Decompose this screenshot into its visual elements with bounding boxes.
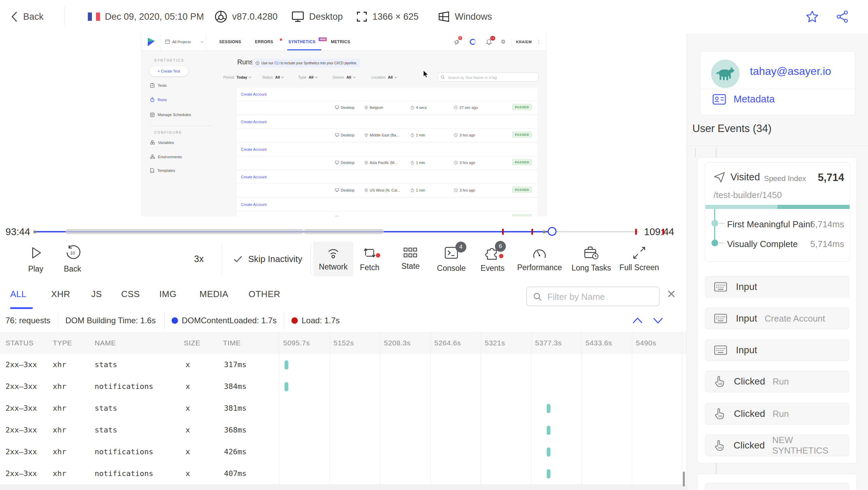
run-test-name[interactable]: Create Account bbox=[241, 88, 267, 101]
network-panel-button[interactable]: Network bbox=[313, 242, 353, 276]
user-event-input[interactable]: Input bbox=[705, 276, 849, 298]
request-row[interactable]: 2xx–3xxxhrstatsx381ms bbox=[0, 397, 687, 420]
visited-event-card[interactable]: Visited Speed Index 5,714 /test-builder/… bbox=[705, 162, 850, 262]
tab-img[interactable]: IMG bbox=[159, 279, 177, 309]
user-event[interactable] bbox=[705, 483, 849, 490]
run-location: Belgium bbox=[370, 105, 383, 110]
run-duration: 4 secs bbox=[416, 105, 427, 110]
skip-inactivity-toggle[interactable]: Skip Inactivity bbox=[233, 239, 302, 279]
filter-type[interactable]: TypeAll bbox=[298, 75, 317, 80]
session-info-sidebar: tahay@asayer.io Metadata User Events (34… bbox=[687, 33, 868, 490]
user-event-input[interactable]: InputCreate Account bbox=[705, 308, 849, 329]
performance-panel-button[interactable]: Performance bbox=[515, 239, 564, 279]
player-controls: Play 10 Back 3x Skip Inactivity Network … bbox=[0, 239, 687, 279]
col-size: SIZE bbox=[184, 339, 200, 347]
run-row[interactable]: Create Account Desktop Belgium 4 secs 27… bbox=[237, 88, 537, 114]
back-button[interactable]: Back bbox=[10, 11, 44, 22]
playhead-handle[interactable] bbox=[548, 227, 557, 236]
run-row[interactable]: Create Account Desktop Middle East (Ba..… bbox=[237, 115, 537, 142]
run-test-name[interactable]: Create Account bbox=[241, 143, 267, 156]
network-filter-input[interactable] bbox=[547, 289, 657, 305]
desktop-icon bbox=[335, 188, 339, 192]
filter-status[interactable]: StatusAll bbox=[262, 75, 283, 80]
run-row[interactable]: Create Account Desktop Asia Pacific (M..… bbox=[237, 143, 537, 169]
user-event-click[interactable]: ClickedRun bbox=[705, 371, 849, 392]
metadata-button[interactable]: Metadata bbox=[712, 94, 775, 105]
user-event-input[interactable]: Input bbox=[705, 339, 849, 361]
sidebar-item-tests[interactable]: Tests bbox=[150, 83, 167, 88]
filter-period[interactable]: PeriodToday bbox=[223, 75, 251, 80]
timeline-track[interactable] bbox=[35, 225, 639, 239]
play-button[interactable]: Play bbox=[24, 239, 48, 279]
tab-errors[interactable]: ERRORS bbox=[255, 33, 273, 50]
request-row[interactable]: 2xx–3xxxhrstatsx368ms bbox=[0, 419, 687, 441]
run-test-name[interactable]: Create Account bbox=[241, 170, 267, 183]
user-email-link[interactable]: tahay@asayer.io bbox=[750, 65, 831, 78]
tab-metrics[interactable]: METRICS bbox=[331, 33, 350, 50]
horizontal-scrollbar-track[interactable] bbox=[0, 485, 687, 490]
sidebar-item-templates[interactable]: Templates bbox=[150, 168, 175, 173]
request-row[interactable]: 2xx–3xxxhrnotificationsx384ms bbox=[0, 376, 687, 398]
col-tick: 5208.3s bbox=[384, 339, 411, 347]
network-filter-box bbox=[526, 287, 660, 306]
back-10s-button[interactable]: 10 Back bbox=[60, 239, 85, 279]
tab-js[interactable]: JS bbox=[91, 279, 102, 309]
sidebar-item-environments[interactable]: Environments bbox=[150, 154, 182, 159]
event-marker bbox=[502, 229, 504, 235]
run-row[interactable]: Create Account Desktop Canada (Centra...… bbox=[237, 198, 537, 216]
request-type: xhr bbox=[53, 441, 66, 463]
favorite-button[interactable] bbox=[805, 10, 819, 23]
request-row[interactable]: 2xx–3xxxhrstatsx317ms bbox=[0, 354, 687, 376]
status-badge: PASSED bbox=[512, 186, 532, 193]
run-test-name[interactable]: Create Account bbox=[241, 115, 267, 128]
filter-device[interactable]: DeviceAll bbox=[333, 75, 355, 80]
search-icon bbox=[441, 75, 445, 79]
vertical-scrollbar-thumb[interactable] bbox=[683, 472, 685, 487]
tab-media[interactable]: MEDIA bbox=[199, 279, 228, 309]
long-tasks-icon bbox=[583, 246, 599, 260]
tab-all[interactable]: ALL bbox=[10, 279, 27, 309]
banner-text: Use our CLI to include your Synthetics i… bbox=[261, 61, 357, 65]
run-device: Desktop bbox=[341, 188, 354, 192]
filter-location[interactable]: LocationAll bbox=[371, 75, 396, 80]
state-panel-button[interactable]: State bbox=[397, 239, 424, 279]
close-panel-icon[interactable]: ✕ bbox=[666, 279, 676, 309]
mini-search-input[interactable] bbox=[447, 73, 537, 82]
tab-css[interactable]: CSS bbox=[121, 279, 140, 309]
clock-icon bbox=[454, 133, 458, 137]
tab-synthetics[interactable]: SYNTHETICS bbox=[288, 33, 316, 50]
fetch-panel-button[interactable]: Fetch bbox=[357, 239, 383, 279]
username-menu[interactable]: KRAIEM bbox=[516, 33, 532, 50]
cli-link[interactable]: CLI bbox=[274, 61, 280, 65]
request-type: xhr bbox=[53, 397, 66, 419]
jump-up-icon[interactable] bbox=[632, 317, 643, 324]
sidebar-item-runs[interactable]: Runs bbox=[150, 97, 167, 102]
run-test-name[interactable]: Create Account bbox=[241, 198, 267, 211]
project-selector[interactable]: All Projects bbox=[161, 33, 206, 50]
fetch-icon bbox=[362, 246, 377, 260]
screen-resolution: 1366 × 625 bbox=[372, 12, 419, 22]
events-panel-button[interactable]: Events 6 bbox=[477, 239, 509, 279]
sidebar-item-manage-schedules[interactable]: Manage Schedules bbox=[150, 112, 191, 117]
tab-other[interactable]: OTHER bbox=[248, 279, 280, 309]
kebab-menu-icon[interactable]: ⋮ bbox=[536, 33, 541, 50]
request-row[interactable]: 2xx–3xxxhrnotificationsx426ms bbox=[0, 441, 687, 463]
create-test-button[interactable]: + Create Test bbox=[149, 66, 188, 76]
speed-toggle[interactable]: 3x bbox=[194, 239, 204, 279]
user-event-click[interactable]: ClickedNEW SYNTHETICS bbox=[705, 435, 849, 456]
tab-sessions[interactable]: SESSIONS bbox=[219, 33, 241, 50]
request-row[interactable]: 2xx–3xxxhrnotificationsx407ms bbox=[0, 463, 687, 485]
chevron-down-icon bbox=[394, 75, 397, 78]
settings-gear-icon[interactable]: ⚙ bbox=[501, 33, 505, 50]
load-time: Load: 1.7s bbox=[302, 316, 340, 325]
user-event-click[interactable]: ClickedRun bbox=[705, 403, 849, 425]
console-panel-button[interactable]: Console 4 bbox=[434, 239, 468, 279]
long-tasks-panel-button[interactable]: Long Tasks bbox=[569, 239, 613, 279]
jump-down-icon[interactable] bbox=[652, 317, 664, 324]
share-button[interactable] bbox=[836, 10, 849, 23]
tab-xhr[interactable]: XHR bbox=[51, 279, 70, 309]
sidebar-item-variables[interactable]: Variables bbox=[150, 140, 174, 145]
visited-url: /test-builder/1450 bbox=[713, 190, 782, 200]
run-row[interactable]: Create Account Desktop US West (N. Cal..… bbox=[237, 170, 537, 197]
fullscreen-button[interactable]: Full Screen bbox=[617, 239, 662, 279]
